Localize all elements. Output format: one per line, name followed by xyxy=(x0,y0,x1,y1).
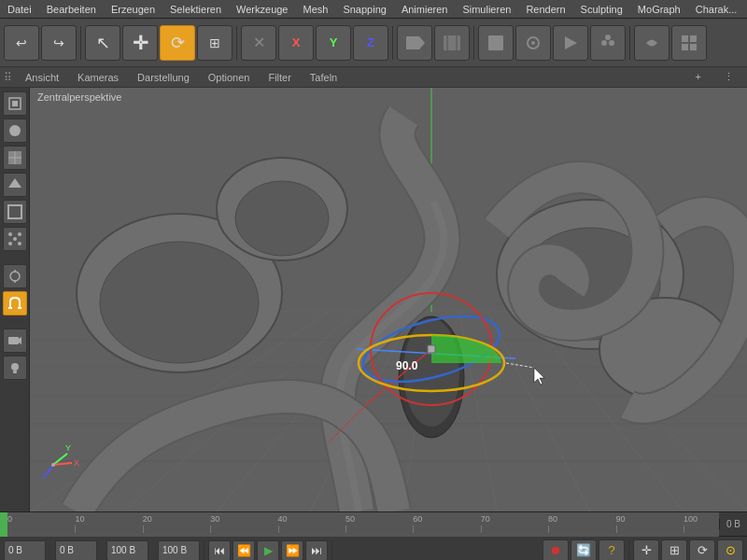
svg-rect-2 xyxy=(444,35,460,50)
menu-charak[interactable]: Charak... xyxy=(688,2,745,17)
z-axis-button[interactable]: Z xyxy=(353,25,388,61)
record-button[interactable] xyxy=(397,25,432,61)
timeline-tick-30: 30 xyxy=(210,514,219,524)
scene-svg: 90.0 xyxy=(30,88,747,511)
undo-button[interactable]: ↩ xyxy=(4,25,39,61)
svg-rect-12 xyxy=(682,35,688,42)
selection-mode-btn[interactable] xyxy=(3,91,27,116)
view-tabs-bar: ⠿ Ansicht Kameras Darstellung Optionen F… xyxy=(0,67,747,88)
x-axis-button[interactable]: X xyxy=(278,25,314,61)
menu-rendern[interactable]: Rendern xyxy=(518,2,572,17)
timeline-playhead-marker xyxy=(0,512,7,537)
timeline-tick-60: 60 xyxy=(413,514,422,524)
tick-mark-40 xyxy=(278,525,279,533)
menu-werkzeuge[interactable]: Werkzeuge xyxy=(229,2,295,17)
transport-sep2 xyxy=(331,540,332,561)
menu-simulieren[interactable]: Simulieren xyxy=(455,2,518,17)
object-mode-btn[interactable] xyxy=(3,119,27,143)
view-options-button[interactable]: ⋮ xyxy=(714,69,743,85)
svg-point-11 xyxy=(605,35,611,40)
loop-icon-btn[interactable]: 🔄 xyxy=(571,539,597,561)
timeline-tick-20: 20 xyxy=(143,514,152,524)
go-end-button[interactable]: ⏭ xyxy=(305,540,328,561)
transport-sep3 xyxy=(628,540,629,561)
tab-tafeln[interactable]: Tafeln xyxy=(301,70,346,85)
view-drag-handle: ⠿ xyxy=(4,71,12,84)
extra-btn2[interactable] xyxy=(671,25,707,61)
expand-view-button[interactable]: + xyxy=(686,69,711,85)
frame-end-value: 100 B xyxy=(162,545,187,555)
tab-darstellung[interactable]: Darstellung xyxy=(128,70,199,85)
svg-text:Y: Y xyxy=(65,443,71,453)
svg-point-27 xyxy=(18,242,21,245)
svg-point-57 xyxy=(235,181,329,256)
viewport[interactable]: Zentralperspektive xyxy=(30,88,747,511)
cursor-tool-button[interactable]: ↖ xyxy=(85,25,120,61)
timeline-tick-0: 0 xyxy=(7,514,12,524)
menu-erzeugen[interactable]: Erzeugen xyxy=(104,2,162,17)
transport-sep1 xyxy=(204,540,204,561)
frame-start-field[interactable]: 0 B xyxy=(55,540,97,561)
render-settings-button[interactable] xyxy=(515,25,551,61)
svg-point-36 xyxy=(11,363,19,371)
svg-marker-35 xyxy=(19,337,21,344)
rotate-tool-button[interactable]: ⟳ xyxy=(160,25,195,61)
tab-filter[interactable]: Filter xyxy=(259,70,300,85)
pivot-icon-btn[interactable]: ⊙ xyxy=(717,539,743,561)
menu-animieren[interactable]: Animieren xyxy=(394,2,456,17)
go-start-button[interactable]: ⏮ xyxy=(208,540,231,561)
tick-mark-90 xyxy=(616,525,617,533)
menu-mograph[interactable]: MoGraph xyxy=(630,2,688,17)
toolbar-transform-group: ↖ ✛ ⟳ ⊞ xyxy=(85,25,233,61)
next-frame-button[interactable]: ⏩ xyxy=(281,540,303,561)
rotate-icon-btn[interactable]: ⟳ xyxy=(689,539,715,561)
menu-bar: Datei Bearbeiten Erzeugen Selektieren We… xyxy=(0,0,747,19)
no-axis-button[interactable]: ✕ xyxy=(241,25,276,61)
help-icon-btn[interactable]: ? xyxy=(599,539,625,561)
transform-icon-btn[interactable]: ⊞ xyxy=(661,539,687,561)
edge-mode-btn[interactable] xyxy=(3,200,27,224)
y-axis-button[interactable]: Y xyxy=(316,25,351,61)
point-mode-btn[interactable] xyxy=(3,227,27,251)
svg-point-25 xyxy=(18,232,21,236)
menu-sculpting[interactable]: Sculpting xyxy=(573,2,630,17)
render-play-button[interactable] xyxy=(553,25,588,61)
brdf-button[interactable] xyxy=(590,25,626,61)
toolbar-extra-group xyxy=(634,25,707,61)
timeline-track[interactable]: 0102030405060708090100 xyxy=(7,512,719,537)
frame-current-field[interactable]: 0 B xyxy=(4,540,46,561)
tab-kameras[interactable]: Kameras xyxy=(68,70,128,85)
menu-bearbeiten[interactable]: Bearbeiten xyxy=(39,2,104,17)
timeline: 0102030405060708090100 0 B xyxy=(0,511,747,536)
tab-ansicht[interactable]: Ansicht xyxy=(16,70,68,85)
texture-mode-btn[interactable] xyxy=(3,146,27,170)
frame-end-field[interactable]: 100 B xyxy=(158,540,200,561)
menu-snapping[interactable]: Snapping xyxy=(335,2,394,17)
camera-btn[interactable] xyxy=(3,329,27,353)
record-icon-btn[interactable]: ⏺ xyxy=(543,539,569,561)
main-area: Zentralperspektive xyxy=(0,88,747,511)
svg-text:X: X xyxy=(74,458,79,468)
menu-selektieren[interactable]: Selektieren xyxy=(162,2,229,17)
move-tool-button[interactable]: ✛ xyxy=(122,25,158,61)
keyframe-button[interactable] xyxy=(434,25,470,61)
tab-optionen[interactable]: Optionen xyxy=(199,70,260,85)
menu-mesh[interactable]: Mesh xyxy=(295,2,335,17)
frame-range-field[interactable]: 100 B xyxy=(106,540,148,561)
render-cube-button[interactable] xyxy=(478,25,514,61)
menu-datei[interactable]: Datei xyxy=(0,2,39,17)
move-icon-btn[interactable]: ✛ xyxy=(633,539,659,561)
magnet-btn[interactable] xyxy=(3,291,27,315)
frame-current-value: 0 xyxy=(60,545,65,555)
svg-point-9 xyxy=(601,40,607,46)
angle-text: 90.0 xyxy=(396,359,418,372)
redo-button[interactable]: ↪ xyxy=(41,25,77,61)
light-btn[interactable] xyxy=(3,356,27,380)
scale-tool-button[interactable]: ⊞ xyxy=(197,25,233,61)
prev-frame-button[interactable]: ⏪ xyxy=(233,540,255,561)
extra-btn1[interactable] xyxy=(634,25,669,61)
snap-btn[interactable] xyxy=(3,264,27,288)
play-button[interactable]: ▶ xyxy=(257,540,279,561)
svg-point-70 xyxy=(51,463,55,467)
polygon-mode-btn[interactable] xyxy=(3,173,27,197)
